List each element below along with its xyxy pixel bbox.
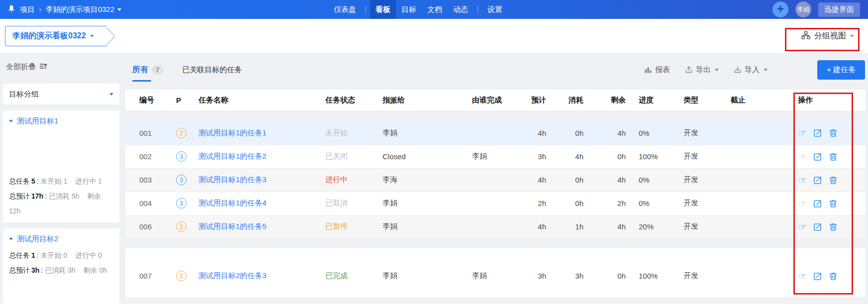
goal-group-title-2[interactable]: 测试用目标2	[9, 234, 113, 244]
table-row[interactable]: 004 3 测试用目标1的任务4 已取消 李娟 2h 0h 2h 0% 开发 ☞	[125, 192, 865, 215]
task-link[interactable]: 测试用目标1的任务1	[198, 128, 267, 137]
assigned-to: Closed	[376, 145, 465, 168]
group-view-icon	[801, 31, 810, 42]
delete-icon[interactable]	[829, 176, 838, 185]
task-type: 开发	[676, 215, 724, 238]
assigned-to: 李娟	[376, 192, 465, 215]
nav-dashboard[interactable]: 仪表盘	[328, 0, 362, 19]
tab-all[interactable]: 所有 7	[131, 57, 164, 83]
collapse-all-button[interactable]: 全部折叠	[3, 54, 119, 80]
chevron-down-icon	[109, 93, 113, 96]
breadcrumb-project[interactable]: 李娟的演示项目0322	[46, 5, 121, 14]
deadline	[724, 145, 791, 168]
col-remain[interactable]: 剩余	[589, 90, 632, 110]
progress: 20%	[632, 215, 676, 238]
import-label: 导入	[745, 65, 760, 75]
user-avatar[interactable]: 李娟	[795, 1, 811, 17]
board-selector[interactable]: 李娟的演示看板0322	[5, 26, 107, 46]
view-mode-switcher[interactable]: 分组视图	[801, 31, 854, 42]
task-link[interactable]: 测试用目标1的任务3	[198, 175, 267, 184]
col-task-name[interactable]: 任务名称	[192, 90, 318, 110]
table-row[interactable]: 003 3 测试用目标1的任务3 进行中 李海 4h 0h 4h 0% 开发 ☞	[125, 168, 865, 192]
tab-linked-goal-tasks[interactable]: 已关联目标的任务	[181, 57, 243, 83]
col-consumed[interactable]: 消耗	[552, 90, 589, 110]
col-priority[interactable]: P	[169, 90, 192, 110]
delete-icon[interactable]	[829, 152, 838, 161]
edit-icon[interactable]	[813, 152, 822, 161]
col-id[interactable]: 编号	[125, 90, 169, 110]
quick-create-button[interactable]: +	[772, 1, 788, 17]
edit-icon[interactable]	[813, 272, 822, 281]
priority-badge: 2	[176, 271, 187, 281]
finished-by	[465, 121, 502, 145]
breadcrumb-app[interactable]: 项目	[20, 5, 35, 14]
deadline	[724, 215, 791, 238]
nav-goals[interactable]: 目标	[396, 0, 422, 19]
edit-icon[interactable]	[813, 128, 822, 137]
nav-kanban[interactable]: 看板	[370, 0, 396, 19]
col-finished-by[interactable]: 由谁完成	[465, 90, 502, 110]
task-id: 002	[125, 145, 169, 168]
finished-by	[465, 168, 502, 192]
nav-docs[interactable]: 文档	[422, 0, 448, 19]
skin-switch-button[interactable]: 迅捷界面	[818, 2, 860, 17]
breadcrumb: 项目 › 李娟的演示项目0322	[7, 4, 121, 15]
col-type[interactable]: 类型	[676, 90, 724, 110]
task-type: 开发	[676, 145, 724, 168]
progress: 0%	[632, 168, 676, 192]
remain: 0h	[589, 145, 632, 168]
goal-group-name: 测试用目标2	[17, 234, 58, 244]
delete-icon[interactable]	[829, 199, 838, 208]
table-row[interactable]: 007 2 测试用目标2的任务3 已完成 李娟 李娟 3h 3h 0h 100%…	[125, 264, 865, 288]
delete-icon[interactable]	[829, 222, 838, 231]
task-link[interactable]: 测试用目标1的任务4	[198, 199, 267, 207]
priority-badge: 3	[176, 151, 187, 162]
table-row[interactable]: 006 2 测试用目标1的任务5 已暂停 李娟 4h 1h 4h 20% 开发 …	[125, 215, 865, 238]
create-task-button[interactable]: + 建任务	[817, 60, 865, 80]
edit-icon[interactable]	[813, 222, 822, 231]
consumed: 0h	[552, 192, 589, 215]
chevron-down-icon	[9, 120, 13, 122]
export-button[interactable]: 导出	[685, 65, 719, 75]
edit-icon[interactable]	[813, 176, 822, 185]
chevron-down-icon	[117, 8, 121, 11]
remain: 4h	[589, 121, 632, 145]
collapse-all-label: 全部折叠	[6, 62, 36, 72]
task-link[interactable]: 测试用目标1的任务5	[198, 222, 267, 230]
task-type: 开发	[676, 168, 724, 192]
task-status: 进行中	[318, 168, 376, 192]
assigned-to: 李娟	[376, 215, 465, 238]
group-filter-select[interactable]: 目标分组	[3, 84, 119, 104]
priority-badge: 2	[176, 128, 187, 138]
consumed: 1h	[552, 215, 589, 238]
col-deadline[interactable]: 截止	[724, 90, 791, 110]
assign-icon[interactable]: ☞	[798, 128, 807, 138]
delete-icon[interactable]	[829, 128, 838, 137]
col-estimate[interactable]: 预计	[502, 90, 552, 110]
assign-icon[interactable]: ☞	[798, 222, 807, 232]
nav-activity[interactable]: 动态	[448, 0, 474, 19]
task-status: 已取消	[318, 192, 376, 215]
report-button[interactable]: 报表	[644, 65, 670, 75]
table-row[interactable]: 001 2 测试用目标1的任务1 未开始 李娟 4h 0h 4h 0% 开发 ☞	[125, 121, 865, 145]
col-status[interactable]: 任务状态	[318, 90, 376, 110]
assign-icon: ☞	[798, 199, 807, 208]
task-link[interactable]: 测试用目标2的任务3	[198, 271, 267, 280]
assign-icon[interactable]: ☞	[798, 271, 807, 281]
nav-settings[interactable]: 设置	[482, 0, 508, 19]
task-type: 开发	[676, 192, 724, 215]
col-progress[interactable]: 进度	[632, 90, 676, 110]
assign-icon[interactable]: ☞	[798, 175, 807, 185]
goal-group-title-1[interactable]: 测试用目标1	[9, 116, 113, 126]
import-button[interactable]: 导入	[734, 65, 768, 75]
goal-group-card-2: 测试用目标2 总任务1: 未开始 0 进行中 0 总预计3h: 已消耗 3h 剩…	[3, 228, 119, 304]
group-filter-label: 目标分组	[9, 90, 39, 99]
task-link[interactable]: 测试用目标1的任务2	[198, 152, 267, 160]
edit-icon[interactable]	[813, 199, 822, 208]
col-assigned-to[interactable]: 指派给	[376, 90, 465, 110]
task-id: 006	[125, 215, 169, 238]
delete-icon[interactable]	[829, 272, 838, 281]
table-row[interactable]: 002 3 测试用目标1的任务2 已关闭 Closed 李娟 3h 4h 0h …	[125, 145, 865, 168]
export-label: 导出	[696, 65, 711, 75]
chevron-down-icon	[90, 35, 94, 37]
